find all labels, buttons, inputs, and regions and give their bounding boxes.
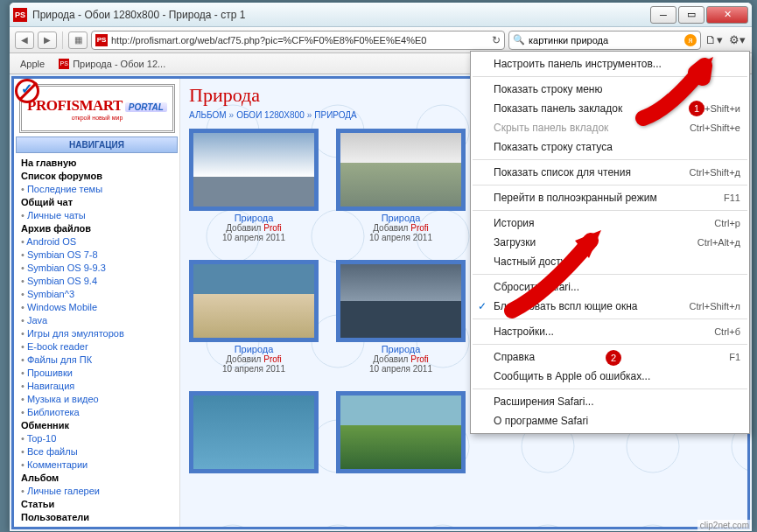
nav-link[interactable]: Музыка и видео: [21, 393, 172, 406]
crumb-link[interactable]: АЛЬБОМ: [189, 110, 227, 120]
nav-link[interactable]: Обменник: [21, 419, 172, 432]
menu-label: Показать список для чтения: [494, 166, 631, 178]
menu-separator: [473, 76, 747, 77]
menu-item[interactable]: Показать строку меню: [471, 80, 749, 99]
search-bar[interactable]: 🔍 я: [508, 31, 701, 50]
nav-link[interactable]: Symbian OS 7-8: [21, 248, 172, 262]
reload-icon[interactable]: ↻: [492, 34, 501, 46]
menu-separator: [473, 318, 747, 319]
nav-link[interactable]: E-book reader: [21, 340, 172, 354]
gear-icon[interactable]: ⚙▾: [727, 32, 746, 49]
nav-link[interactable]: Android OS: [21, 235, 172, 248]
menu-item[interactable]: ИсторияCtrl+р: [471, 214, 749, 233]
thumb-date: 10 апреля 2011: [336, 233, 466, 242]
thumb-author: Добавил Profi: [189, 354, 319, 364]
nav-link[interactable]: Статьи: [21, 498, 172, 511]
nav-link[interactable]: Общий чат: [21, 196, 172, 209]
menu-label: Справка: [494, 351, 535, 363]
forward-button[interactable]: ▶: [38, 32, 57, 49]
menu-item[interactable]: О программе Safari: [471, 411, 749, 430]
nav-link[interactable]: Личные чаты: [21, 209, 172, 222]
watermark: clip2net.com: [697, 520, 752, 531]
gallery-thumb[interactable]: ПриродаДобавил Profi10 апреля 2011: [336, 129, 466, 242]
crumb-link[interactable]: ПРИРОДА: [314, 110, 357, 120]
thumb-author: Добавил Profi: [336, 354, 466, 364]
crumb-link[interactable]: ОБОИ 1280X800: [236, 110, 305, 120]
nav-link[interactable]: Top-10: [21, 432, 172, 445]
menu-label: Сбросить Safari...: [494, 281, 579, 293]
nav-link[interactable]: Пользователи: [21, 511, 172, 524]
menu-label: Блокировать вспл ющие окна: [494, 300, 637, 312]
menu-item[interactable]: Показать строку статуса: [471, 137, 749, 157]
nav-link[interactable]: Навигация: [21, 380, 172, 393]
thumb-image: [189, 391, 319, 473]
nav-link[interactable]: Дни рождения: [21, 524, 172, 529]
gallery-thumb[interactable]: ПриродаДобавил Profi10 апреля 2011: [336, 260, 466, 374]
badge-1: 1: [689, 101, 704, 116]
nav-link[interactable]: Файлы для ПК: [21, 354, 172, 367]
menu-item[interactable]: Перейти в полноэкранный режимF11: [471, 188, 749, 207]
search-engine-icon[interactable]: я: [684, 34, 697, 46]
menu-separator: [473, 185, 747, 186]
back-button[interactable]: ◀: [15, 32, 34, 49]
nav-link[interactable]: Java: [21, 314, 172, 327]
nav-link[interactable]: Последние темы: [21, 183, 172, 196]
browser-toolbar: ◀ ▶ ▦ PS ↻ 🔍 я 🗋▾ ⚙▾: [10, 27, 752, 53]
menu-shortcut: Ctrl+б: [714, 326, 740, 337]
menu-item[interactable]: Частный доступ...: [471, 252, 749, 271]
menu-item[interactable]: Настроить панель инструментов...: [471, 54, 749, 74]
search-input[interactable]: [529, 35, 681, 46]
menu-item[interactable]: Показать список для чтенияCtrl+Shift+д: [471, 163, 749, 182]
gallery-thumb[interactable]: [336, 391, 466, 475]
sidebar: PROFISMART PORTAL открой новый мир НАВИГ…: [14, 79, 180, 527]
url-bar[interactable]: PS ↻: [91, 31, 505, 50]
tab-current[interactable]: PSПрирода - Обои 12...: [59, 59, 165, 69]
nav-link[interactable]: Все файлы: [21, 445, 172, 458]
nav-link[interactable]: Альбом: [21, 472, 172, 485]
menu-label: Расширения Safari...: [494, 396, 593, 408]
menu-label: Показать строку статуса: [494, 141, 613, 153]
menu-separator: [473, 344, 747, 345]
nav-link[interactable]: Комментарии: [21, 458, 172, 472]
gallery-thumb[interactable]: ПриродаДобавил Profi10 апреля 2011: [189, 129, 319, 242]
nav-link[interactable]: Symbian OS 9-9.3: [21, 262, 172, 275]
thumb-caption: Природа: [336, 344, 466, 354]
menu-separator: [473, 388, 747, 389]
menu-item[interactable]: Настройки...Ctrl+б: [471, 322, 749, 341]
menu-label: Настроить панель инструментов...: [494, 58, 662, 70]
nav-link[interactable]: Symbian^3: [21, 288, 172, 301]
gallery-thumb[interactable]: ПриродаДобавил Profi10 апреля 2011: [189, 260, 319, 374]
gallery-thumb[interactable]: [189, 391, 319, 475]
titlebar: PS Природа - Обои 1280x800 - Природа - с…: [10, 3, 752, 27]
menu-label: О программе Safari: [494, 415, 588, 427]
url-input[interactable]: [111, 35, 488, 46]
menu-item[interactable]: ЗагрузкиCtrl+Alt+д: [471, 233, 749, 252]
nav-link[interactable]: Библиотека: [21, 406, 172, 419]
nav-link[interactable]: Личные галереи: [21, 485, 172, 498]
nav-link[interactable]: На главную: [21, 157, 172, 170]
nav-link[interactable]: Игры для эмуляторов: [21, 327, 172, 340]
menu-label: История: [494, 217, 535, 229]
nav-header: НАВИГАЦИЯ: [16, 136, 178, 153]
nav-link[interactable]: Список форумов: [21, 170, 172, 183]
nav-link[interactable]: Symbian OS 9.4: [21, 275, 172, 288]
menu-item[interactable]: Сообщить в Apple об ошибках...: [471, 367, 749, 386]
menu-separator: [473, 159, 747, 160]
bookmark-apple[interactable]: Apple: [17, 59, 45, 69]
thumb-image: [336, 260, 466, 342]
nav-link[interactable]: Прошивки: [21, 367, 172, 380]
tab-favicon-icon: PS: [59, 59, 69, 69]
page-icon[interactable]: 🗋▾: [704, 32, 724, 49]
menu-label: Скрыть панель вкладок: [494, 122, 608, 134]
favicon-icon: PS: [13, 8, 27, 22]
bookmark-icon[interactable]: ▦: [68, 32, 88, 49]
menu-item[interactable]: ✓Блокировать вспл ющие окнаCtrl+Shift+л: [471, 297, 749, 316]
nav-link[interactable]: Архив файлов: [21, 222, 172, 235]
minimize-button[interactable]: ─: [650, 6, 676, 24]
menu-item[interactable]: Показать панель закладокCtrl+Shift+и: [471, 99, 749, 118]
close-button[interactable]: ✕: [706, 6, 748, 24]
menu-item[interactable]: Сбросить Safari...: [471, 277, 749, 297]
nav-link[interactable]: Windows Mobile: [21, 301, 172, 314]
maximize-button[interactable]: ▭: [678, 6, 704, 24]
menu-item[interactable]: Расширения Safari...: [471, 392, 749, 411]
